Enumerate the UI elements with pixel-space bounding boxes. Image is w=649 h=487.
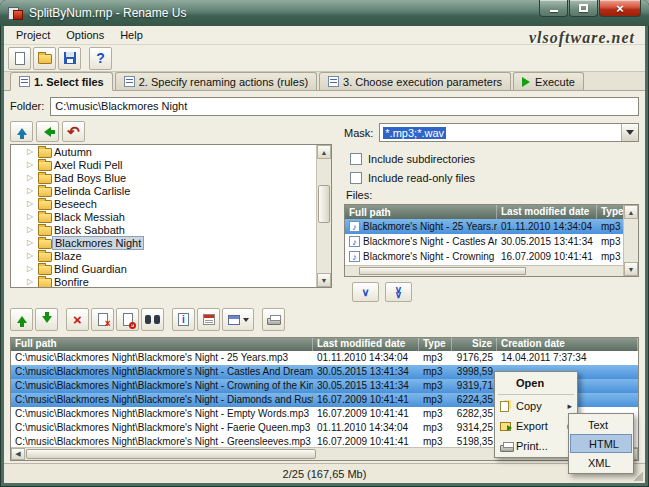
cell-type: mp3 — [419, 393, 452, 407]
submenu-html[interactable]: HTML — [570, 434, 632, 453]
scroll-thumb[interactable] — [26, 449, 316, 459]
cell-type: mp3 — [419, 365, 452, 379]
expand-icon[interactable]: ▷ — [27, 147, 38, 156]
cell-modified: 01.11.2010 14:34:04 — [313, 351, 419, 365]
scroll-left-button[interactable]: ◀ — [11, 448, 25, 460]
expand-icon[interactable]: ▷ — [27, 160, 38, 169]
mask-combobox[interactable]: *.mp3;*.wav — [379, 123, 639, 142]
tab-execute[interactable]: Execute — [513, 72, 584, 90]
include-subdirectories-option[interactable]: Include subdirectories — [350, 153, 475, 165]
expand-icon[interactable]: ▷ — [27, 251, 38, 260]
open-project-button[interactable] — [33, 47, 56, 70]
mask-dropdown-button[interactable] — [621, 124, 638, 141]
add-selected-button[interactable]: ∨ — [352, 282, 379, 302]
tree-item[interactable]: ▷Blaze — [11, 249, 331, 262]
menu-project[interactable]: Project — [8, 27, 58, 43]
expand-icon[interactable]: ▷ — [27, 212, 38, 221]
open-folder-icon — [38, 54, 52, 64]
context-menu-copy[interactable]: Copy ▸ — [496, 396, 576, 416]
scroll-thumb[interactable] — [359, 267, 526, 275]
move-down-button[interactable] — [35, 308, 58, 331]
context-menu-print[interactable]: Print... — [496, 436, 576, 456]
submenu-text[interactable]: Text — [570, 415, 632, 434]
tree-item[interactable]: ▷Blind Guardian — [11, 262, 331, 275]
tree-item[interactable]: ▷Black Messiah — [11, 210, 331, 223]
cell-path: C:\music\Blackmores Night\Blackmore's Ni… — [11, 393, 313, 407]
cell-size: 9319,71 — [452, 379, 497, 393]
menu-help[interactable]: Help — [112, 27, 151, 43]
column-full-path[interactable]: Full path — [345, 205, 497, 219]
list-row[interactable]: C:\music\Blackmores Night\Blackmore's Ni… — [11, 351, 638, 365]
files-vscrollbar[interactable]: ▲ ▼ — [623, 205, 638, 276]
find-button[interactable] — [141, 308, 164, 331]
refresh-tree-button[interactable]: ↶ — [62, 121, 85, 142]
new-project-button[interactable] — [8, 47, 31, 70]
expand-icon[interactable]: ▷ — [27, 173, 38, 182]
tab-select-files[interactable]: 1. Select files — [10, 72, 113, 91]
tab-renaming-rules[interactable]: 2. Specify renaming actions (rules) — [115, 72, 317, 90]
file-info-button[interactable] — [172, 308, 195, 331]
context-menu-export[interactable]: Export ▸ — [496, 416, 576, 436]
list-header: Full path Last modified date Type Size C… — [11, 338, 638, 351]
remove-all-button[interactable] — [116, 308, 139, 331]
expand-icon[interactable]: ▷ — [27, 225, 38, 234]
include-readonly-option[interactable]: Include read-only files — [350, 172, 475, 184]
files-row-selected[interactable]: Blackmore's Night - 25 Years.mp3 01.11.2… — [345, 219, 638, 234]
include-readonly-checkbox[interactable] — [350, 172, 362, 184]
calendar-button[interactable] — [197, 308, 220, 331]
files-row[interactable]: Blackmore's Night - Castles And ... 30.0… — [345, 234, 638, 249]
tree-item-selected[interactable]: ▷Blackmores Night — [11, 236, 331, 249]
up-arrow-icon — [17, 316, 27, 323]
folder-input[interactable] — [50, 97, 639, 116]
scroll-up-button[interactable]: ▲ — [624, 205, 638, 219]
remove-selected-button[interactable]: × — [91, 308, 114, 331]
column-creation-date[interactable]: Creation date — [497, 338, 638, 351]
expand-icon[interactable]: ▷ — [27, 199, 38, 208]
columns-dropdown-button[interactable] — [222, 308, 254, 331]
tab-execution-parameters[interactable]: 3. Choose execution parameters — [319, 72, 511, 90]
menu-options[interactable]: Options — [58, 27, 112, 43]
close-button[interactable]: × — [599, 0, 641, 17]
remove-button[interactable]: × — [66, 308, 89, 331]
back-button[interactable] — [36, 121, 59, 142]
help-button[interactable]: ? — [89, 47, 112, 70]
expand-icon[interactable]: ▷ — [27, 186, 38, 195]
resize-grip[interactable] — [633, 471, 643, 481]
submenu-xml[interactable]: XML — [570, 453, 632, 472]
print-button[interactable] — [262, 308, 285, 331]
tree-item[interactable]: ▷Beseech — [11, 197, 331, 210]
context-menu-open[interactable]: Open — [496, 373, 576, 393]
maximize-button[interactable] — [569, 0, 598, 17]
tree-item[interactable]: ▷Bad Boys Blue — [11, 171, 331, 184]
save-project-button[interactable] — [58, 47, 81, 70]
column-full-path[interactable]: Full path — [11, 338, 313, 351]
tree-item[interactable]: ▷Axel Rudi Pell — [11, 158, 331, 171]
move-up-button[interactable] — [10, 308, 33, 331]
column-size[interactable]: Size — [452, 338, 497, 351]
column-type[interactable]: Type — [419, 338, 452, 351]
expand-icon[interactable]: ▷ — [27, 264, 38, 273]
tree-item[interactable]: ▷Bonfire — [11, 275, 331, 288]
up-folder-button[interactable] — [10, 121, 33, 142]
files-hscrollbar[interactable] — [345, 265, 623, 276]
folder-icon — [38, 174, 52, 184]
tree-scrollbar[interactable]: ▲ ▼ — [316, 145, 331, 287]
tree-item[interactable]: ▷Belinda Carlisle — [11, 184, 331, 197]
cell-path: C:\music\Blackmores Night\Blackmore's Ni… — [11, 379, 313, 393]
tree-item[interactable]: ▷Black Sabbath — [11, 223, 331, 236]
column-last-modified[interactable]: Last modified date — [497, 205, 597, 219]
tree-item[interactable]: ▷Autumn — [11, 145, 331, 158]
add-all-button[interactable]: ∨∨ — [385, 282, 412, 302]
scroll-up-button[interactable]: ▲ — [317, 145, 331, 159]
expand-icon[interactable]: ▷ — [27, 238, 38, 247]
column-last-modified[interactable]: Last modified date — [313, 338, 419, 351]
scroll-down-button[interactable]: ▼ — [317, 273, 331, 287]
tab-execution-parameters-label: 3. Choose execution parameters — [343, 76, 502, 88]
chevron-down-icon — [243, 318, 249, 322]
include-subdirectories-checkbox[interactable] — [350, 153, 362, 165]
expand-icon[interactable]: ▷ — [27, 277, 38, 286]
scroll-down-button[interactable]: ▼ — [624, 262, 638, 276]
scroll-thumb[interactable] — [318, 185, 330, 223]
minimize-button[interactable] — [539, 0, 568, 17]
files-row[interactable]: Blackmore's Night - Crowning of ... 16.0… — [345, 249, 638, 264]
